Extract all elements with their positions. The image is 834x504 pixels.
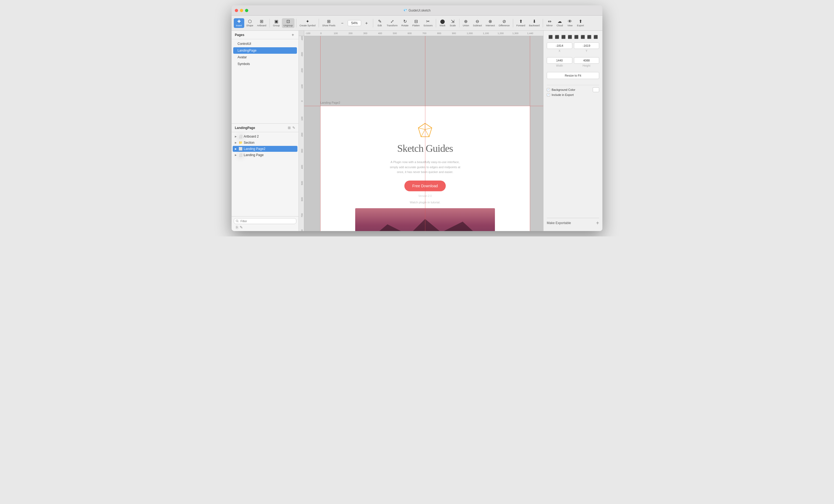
add-page-button[interactable]: +	[290, 32, 295, 37]
sidebar-left: Pages + ControlUI LandingPage Avatar Sym…	[232, 30, 299, 231]
search-edit-icon[interactable]: ✎	[240, 225, 243, 229]
guide-v-center	[425, 36, 425, 231]
layers-edit-icon[interactable]: ✎	[292, 126, 295, 130]
align-center-v-icon[interactable]: ⬛	[573, 34, 579, 40]
transform-button[interactable]: ⤢ Transform	[385, 18, 399, 28]
alignment-toolbar: ⬛ ⬛ ⬛ ⬛ ⬛ ⬛ ⬛ ⬛	[547, 34, 599, 40]
scissors-button[interactable]: ✂ Scissors	[422, 18, 434, 28]
page-item-avatar[interactable]: Avatar	[233, 54, 297, 61]
canvas-bg-top	[304, 36, 543, 106]
zoom-plus-button[interactable]: ＋	[361, 20, 371, 26]
group-button[interactable]: ▣ Group	[271, 18, 281, 28]
cloud-icon: ☁	[557, 19, 562, 24]
ruler-vertical: -400 -300 -200 -100 0 100 200 300 400 50…	[299, 30, 304, 231]
separator-4	[373, 19, 373, 27]
forward-icon: ⬆	[519, 19, 523, 24]
edit-button[interactable]: ✎ Edit	[375, 18, 385, 28]
difference-button[interactable]: ⊘ Difference	[497, 18, 511, 28]
app-icon: 💎	[403, 8, 407, 12]
width-label: Width	[547, 64, 572, 67]
distribute-v-icon[interactable]: ⬛	[593, 34, 599, 40]
search-input[interactable]	[234, 218, 297, 224]
layer-icon-4: ⬜	[239, 153, 243, 157]
height-label: Height	[574, 64, 599, 67]
ruler-corner	[299, 30, 304, 36]
maximize-button[interactable]	[245, 9, 248, 12]
create-symbol-button[interactable]: ✦ Create Symbol	[298, 18, 317, 28]
pages-header: Pages +	[232, 30, 299, 39]
zoom-minus-button[interactable]: －	[337, 20, 347, 26]
layer-item-artboard2[interactable]: ▶ ⬜ Artboard 2	[233, 133, 298, 139]
make-exportable-section: Make Exportable +	[547, 218, 599, 228]
layer-item-landingpage[interactable]: ▶ ⬜ Landing Page	[233, 152, 298, 158]
ungroup-button[interactable]: ⊡ Ungroup	[282, 18, 294, 28]
canvas-area[interactable]: -100 0 100 200 300 400 500 600 700 800 9…	[299, 30, 543, 231]
include-in-export-checkbox[interactable]: ✓	[547, 93, 550, 96]
folder-layer-icon: 📁	[239, 141, 243, 145]
canvas-inner[interactable]: Landing Page2 Sketch Guides A Plugin no	[304, 36, 543, 231]
intersect-icon: ⊗	[488, 19, 492, 24]
transform-icon: ⤢	[390, 19, 394, 24]
size-width-input[interactable]: 1440	[547, 57, 572, 64]
x-label: X	[547, 49, 572, 52]
close-button[interactable]	[235, 9, 238, 12]
show-pixels-icon: ⊞	[327, 19, 330, 24]
layers-title: LandingPage	[235, 126, 255, 130]
insert-button[interactable]: ✚ Insert	[234, 18, 244, 28]
chevron-right-icon-2: ▶	[235, 141, 238, 144]
align-center-h-icon[interactable]: ⬛	[554, 34, 560, 40]
intersect-button[interactable]: ⊗ Intersect	[484, 18, 497, 28]
align-top-icon[interactable]: ⬛	[567, 34, 573, 40]
rotate-icon: ↻	[403, 19, 407, 24]
background-color-swatch[interactable]	[593, 87, 599, 92]
forward-button[interactable]: ⬆ Forward	[515, 18, 527, 28]
titlebar: 💎 GuideUI.sketch	[232, 5, 602, 16]
shape-button[interactable]: ⬡ Shape	[245, 18, 255, 28]
zoom-display[interactable]: 54%	[348, 20, 361, 26]
mask-button[interactable]: ⬤ Mask	[438, 18, 447, 28]
make-exportable-label: Make Exportable	[547, 221, 571, 225]
page-item-controlui[interactable]: ControlUI	[233, 41, 297, 47]
background-color-label: Background Color	[552, 88, 575, 91]
guide-v-left	[320, 36, 321, 231]
align-right-icon[interactable]: ⬛	[561, 34, 566, 40]
subtract-button[interactable]: ⊖ Subtract	[471, 18, 484, 28]
search-copy-icon[interactable]: ⎘	[236, 225, 238, 229]
backward-button[interactable]: ⬇ Backward	[527, 18, 542, 28]
resize-to-fit-button[interactable]: Resize to Fit	[547, 72, 599, 79]
svg-line-3	[425, 130, 429, 137]
view-button[interactable]: 👁 View	[565, 18, 575, 28]
size-height-input[interactable]: 4088	[574, 57, 599, 64]
position-x-input[interactable]: -1814	[547, 42, 572, 49]
page-item-landingpage[interactable]: LandingPage	[233, 47, 297, 54]
position-y-input[interactable]: -1619	[574, 42, 599, 49]
union-button[interactable]: ⊕ Union	[461, 18, 471, 28]
minimize-button[interactable]	[240, 9, 243, 12]
background-section: ✓ Background Color ✓ Include in Export	[547, 87, 599, 97]
include-in-export-label: Include in Export	[552, 93, 574, 96]
show-pixels-button[interactable]: ⊞ Show Pixels	[321, 18, 337, 28]
export-icon: ⬆	[579, 19, 582, 24]
scale-button[interactable]: ⇲ Scale	[448, 18, 458, 28]
flatten-button[interactable]: ⊟ Flatten	[411, 18, 421, 28]
resize-section: Resize to Fit	[547, 72, 599, 79]
edit-icon: ✎	[378, 19, 381, 24]
align-left-icon[interactable]: ⬛	[548, 34, 553, 40]
layer-item-landingpage2[interactable]: ▶ ⬜ Landing Page2	[233, 146, 298, 152]
background-color-checkbox[interactable]: ✓	[547, 88, 550, 91]
add-exportable-button[interactable]: +	[596, 220, 599, 226]
cloud-button[interactable]: ☁ Cloud	[555, 18, 565, 28]
mirror-button[interactable]: ⇔ Mirror	[545, 18, 554, 28]
page-item-symbols[interactable]: Symbols	[233, 61, 297, 67]
artboard-button[interactable]: ⊞ Artboard	[256, 18, 268, 28]
guide-h-top	[304, 106, 543, 106]
mask-icon: ⬤	[440, 19, 445, 24]
backward-icon: ⬇	[532, 19, 536, 24]
export-button[interactable]: ⬆ Export	[575, 18, 586, 28]
layer-item-section[interactable]: ▶ 📁 Section	[233, 140, 298, 146]
layers-grid-icon[interactable]: ⊞	[288, 126, 291, 130]
align-bottom-icon[interactable]: ⬛	[580, 34, 586, 40]
distribute-h-icon[interactable]: ⬛	[586, 34, 592, 40]
artboard-layer-icon: ⬜	[239, 135, 243, 138]
rotate-button[interactable]: ↻ Rotate	[400, 18, 410, 28]
